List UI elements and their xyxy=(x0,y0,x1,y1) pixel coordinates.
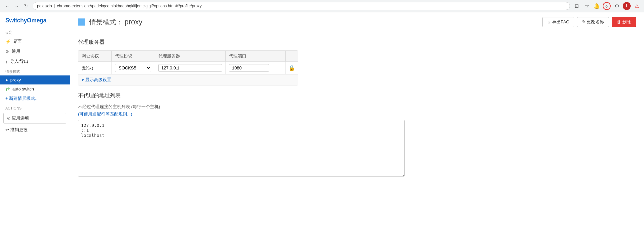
title-area: 情景模式： proxy xyxy=(78,18,142,27)
actions-section-label: ACTIONS xyxy=(0,103,70,111)
app-body: SwitchyOmega 设定 ⚡ 界面 ⚙ 通用 ↕ 导入/导出 情景模式 ●… xyxy=(0,12,644,236)
proxy-protocol-select[interactable]: SOCKS5 SOCKS4 HTTP HTTPS xyxy=(115,64,151,72)
col-header-action xyxy=(286,51,298,61)
proxy-profile-icon: ● xyxy=(5,77,8,82)
proxy-table: 网址协议 代理协议 代理服务器 代理端口 (默认) SOCKS5 SOCKS4 … xyxy=(78,50,298,85)
url-text: chrome-extension://padekgcemlokbadohgklf… xyxy=(57,4,202,8)
show-advanced-link[interactable]: ▾ 显示高级设置 xyxy=(82,77,111,83)
app-logo: SwitchyOmega xyxy=(0,12,70,27)
sidebar-item-auto-switch-label: auto switch xyxy=(12,86,34,91)
auto-switch-icon: ⇄ xyxy=(5,87,10,91)
sidebar-item-new-profile[interactable]: + 新建情景模式... xyxy=(0,93,70,103)
sidebar-item-general[interactable]: ⚙ 通用 xyxy=(0,46,70,56)
main-content: 情景模式： proxy ⊙ 导出PAC ✎ 更改名称 🗑 删除 代理服务器 网址… xyxy=(70,12,644,236)
no-proxy-hint[interactable]: (可使用通配符等匹配规则...) xyxy=(78,111,636,117)
profile-name: proxy xyxy=(125,18,143,26)
proxy-section-title: 代理服务器 xyxy=(78,39,636,46)
sidebar-item-general-label: 通用 xyxy=(12,48,20,54)
profiles-section-label: 情景模式 xyxy=(0,66,70,75)
col-header-url-protocol: 网址协议 xyxy=(78,51,112,61)
nav-buttons: ← → ↻ xyxy=(3,2,30,10)
browser-action-icons: ⊡ ☆ 🔔 ○ ⚙ i ⚠ xyxy=(573,2,641,10)
address-bar[interactable]: paidaxin | chrome-extension://padekgceml… xyxy=(33,2,570,10)
settings-section-label: 设定 xyxy=(0,27,70,36)
reload-button[interactable]: ↻ xyxy=(22,2,30,10)
sidebar-item-proxy[interactable]: ● proxy xyxy=(0,75,70,84)
new-profile-label: + 新建情景模式... xyxy=(5,95,39,101)
sidebar-item-proxy-label: proxy xyxy=(10,77,21,82)
proxy-table-row: (默认) SOCKS5 SOCKS4 HTTP HTTPS xyxy=(78,62,298,74)
rename-button[interactable]: ✎ 更改名称 xyxy=(577,17,609,27)
alert-icon[interactable]: ⚠ xyxy=(633,2,641,10)
col-header-proxy-server: 代理服务器 xyxy=(155,51,226,61)
delete-button[interactable]: 🗑 删除 xyxy=(612,17,636,27)
forward-button[interactable]: → xyxy=(13,2,21,10)
extension-switchy-icon[interactable]: ○ xyxy=(603,2,611,10)
settings-icon[interactable]: ⚙ xyxy=(613,2,621,10)
no-proxy-textarea[interactable]: 127.0.0.1 ::1 localhost xyxy=(78,120,405,177)
export-pac-button[interactable]: ⊙ 导出PAC xyxy=(542,17,574,27)
page-title: 情景模式： proxy xyxy=(89,18,142,27)
profile-color-indicator xyxy=(78,18,85,26)
sidebar: SwitchyOmega 设定 ⚡ 界面 ⚙ 通用 ↕ 导入/导出 情景模式 ●… xyxy=(0,12,70,236)
proxy-table-header: 网址协议 代理协议 代理服务器 代理端口 xyxy=(78,51,298,62)
cell-proxy-port xyxy=(226,62,286,74)
show-advanced-label: 显示高级设置 xyxy=(85,77,111,83)
cell-proxy-protocol: SOCKS5 SOCKS4 HTTP HTTPS xyxy=(112,62,155,74)
lock-icon[interactable]: 🔒 xyxy=(288,65,295,71)
profile-avatar[interactable]: i xyxy=(623,2,631,10)
cell-proxy-server xyxy=(155,62,226,74)
revert-changes-label: ↩ 撤销更改 xyxy=(5,127,28,133)
no-proxy-section: 不代理的地址列表 不经过代理连接的主机列表 (每行一个主机) (可使用通配符等匹… xyxy=(78,92,636,178)
sidebar-item-interface-label: 界面 xyxy=(13,38,22,44)
bookmark-icon[interactable]: ☆ xyxy=(583,2,591,10)
gear-icon: ⚙ xyxy=(5,49,9,54)
proxy-table-footer: ▾ 显示高级设置 xyxy=(78,74,298,85)
back-button[interactable]: ← xyxy=(3,2,11,10)
import-export-icon: ↕ xyxy=(5,59,8,64)
site-name: paidaxin xyxy=(37,4,52,8)
no-proxy-description: 不经过代理连接的主机列表 (每行一个主机) xyxy=(78,104,636,110)
apply-options-label: ⊙ 应用选项 xyxy=(7,115,29,121)
header-actions: ⊙ 导出PAC ✎ 更改名称 🗑 删除 xyxy=(542,17,636,27)
cell-protocol-label: (默认) xyxy=(78,62,112,74)
sidebar-item-interface[interactable]: ⚡ 界面 xyxy=(0,36,70,46)
cell-lock: 🔒 xyxy=(286,62,298,74)
content-area: 代理服务器 网址协议 代理协议 代理服务器 代理端口 (默认) SOCKS5 S… xyxy=(70,32,644,184)
no-proxy-section-title: 不代理的地址列表 xyxy=(78,92,636,99)
chevron-down-icon: ▾ xyxy=(82,77,84,82)
sidebar-item-import-export[interactable]: ↕ 导入/导出 xyxy=(0,56,70,66)
sidebar-revert-btn[interactable]: ↩ 撤销更改 xyxy=(0,125,70,135)
col-header-proxy-protocol: 代理协议 xyxy=(112,51,155,61)
mute-icon[interactable]: 🔔 xyxy=(593,2,601,10)
sidebar-apply-btn[interactable]: ⊙ 应用选项 xyxy=(3,113,66,124)
browser-toolbar: ← → ↻ paidaxin | chrome-extension://pade… xyxy=(0,0,644,12)
sidebar-item-import-export-label: 导入/导出 xyxy=(10,58,29,64)
cast-icon[interactable]: ⊡ xyxy=(573,2,581,10)
main-header: 情景模式： proxy ⊙ 导出PAC ✎ 更改名称 🗑 删除 xyxy=(70,12,644,32)
proxy-port-input[interactable] xyxy=(229,64,269,72)
sidebar-item-auto-switch[interactable]: ⇄ auto switch xyxy=(0,84,70,93)
col-header-proxy-port: 代理端口 xyxy=(226,51,286,61)
interface-icon: ⚡ xyxy=(5,39,11,44)
proxy-server-input[interactable] xyxy=(158,64,222,72)
